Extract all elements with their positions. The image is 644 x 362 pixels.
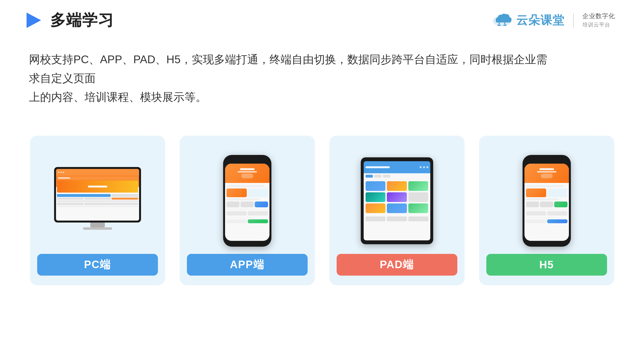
brand-subtitle: 企业数字化 培训云平台	[582, 12, 615, 28]
brand-name: 云朵课堂	[516, 12, 564, 28]
brand-sub1: 企业数字化	[582, 12, 615, 20]
logo-left: 多端学习	[24, 10, 114, 31]
brand-divider	[573, 13, 574, 27]
app-card: APP端	[180, 136, 315, 285]
app-phone	[223, 155, 272, 247]
cloud-icon	[491, 12, 513, 29]
pc-card: PC端	[30, 136, 165, 285]
pad-card: PAD端	[329, 136, 464, 285]
pad-image-area	[336, 148, 457, 254]
app-label: APP端	[187, 254, 308, 276]
svg-marker-0	[26, 12, 41, 28]
brand-sub2: 培训云平台	[582, 21, 615, 28]
h5-image-area	[486, 148, 607, 254]
play-icon	[24, 11, 44, 30]
h5-card: H5	[479, 136, 614, 285]
brand-logo: 云朵课堂	[491, 12, 564, 29]
description-line1: 网校支持PC、APP、PAD、H5，实现多端打通，终端自由切换，数据同步跨平台自…	[29, 50, 550, 88]
pc-monitor	[54, 167, 141, 235]
cards-section: PC端	[0, 107, 644, 285]
header: 多端学习 云朵课堂 企业数字化 培训云平台	[0, 0, 644, 31]
pad-tablet	[361, 157, 433, 244]
pc-label: PC端	[37, 254, 158, 276]
app-image-area	[187, 148, 308, 254]
description-line2: 上的内容、培训课程、模块展示等。	[29, 88, 550, 106]
description-block: 网校支持PC、APP、PAD、H5，实现多端打通，终端自由切换，数据同步跨平台自…	[0, 31, 580, 107]
pad-label: PAD端	[336, 254, 457, 276]
h5-phone	[522, 155, 571, 247]
pc-image-area	[37, 148, 158, 254]
h5-label: H5	[486, 254, 607, 276]
page-title: 多端学习	[50, 10, 114, 31]
logo-right: 云朵课堂 企业数字化 培训云平台	[491, 12, 615, 29]
